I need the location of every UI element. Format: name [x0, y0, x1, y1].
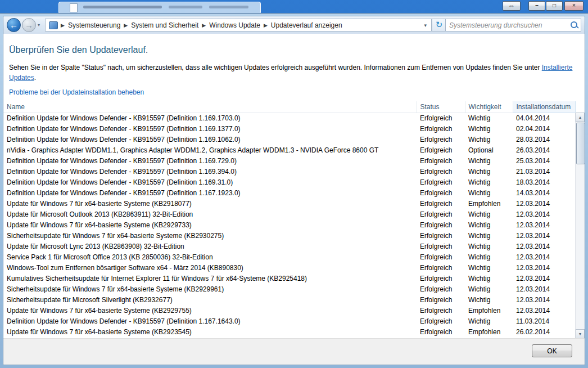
column-header-name[interactable]: Name	[3, 101, 417, 113]
background-text-hint	[83, 6, 162, 8]
table-row[interactable]: Definition Update for Windows Defender -…	[3, 187, 575, 198]
cell-date: 12.03.2014	[513, 284, 575, 294]
table-row[interactable]: Kumulatives Sicherheitsupdate für Intern…	[3, 273, 575, 284]
cell-importance: Wichtig	[465, 284, 513, 294]
cell-date: 12.03.2014	[513, 305, 575, 316]
cell-name: Definition Update for Windows Defender -…	[3, 187, 417, 198]
intro-text: Sehen Sie in der Spalte "Status" nach, u…	[9, 62, 576, 83]
cell-name: Update für Microsoft Outlook 2013 (KB286…	[3, 209, 417, 219]
scrollbar-thumb[interactable]	[576, 123, 585, 164]
scroll-down-icon[interactable]: ▼	[576, 329, 585, 339]
table-row[interactable]: Update für Windows 7 für x64-basierte Sy…	[3, 198, 575, 209]
table-row[interactable]: Definition Update for Windows Defender -…	[3, 123, 575, 134]
table-row[interactable]: Update für Microsoft Lync 2013 (KB286390…	[3, 241, 575, 252]
page-title: Überprüfen Sie den Updateverlauf.	[9, 45, 585, 55]
troubleshoot-link[interactable]: Probleme bei der Updateinstallation behe…	[9, 88, 144, 96]
vertical-scrollbar[interactable]: ▲ ▼	[575, 113, 585, 339]
cell-name: Sicherheitsupdate für Windows 7 für x64-…	[3, 230, 417, 241]
cell-status: Erfolgreich	[417, 326, 465, 337]
column-header-installationsdatum[interactable]: Installationsdatum	[513, 101, 575, 113]
table-header-row: Name Status Wichtigkeit Installationsdat…	[3, 101, 575, 113]
update-table: Name Status Wichtigkeit Installationsdat…	[3, 101, 585, 339]
cell-status: Erfolgreich	[417, 262, 465, 273]
scroll-up-icon[interactable]: ▲	[576, 113, 585, 122]
footer-bar: OK	[3, 338, 585, 365]
ok-button[interactable]: OK	[532, 344, 572, 357]
table-row[interactable]: Update für Windows 7 für x64-basierte Sy…	[3, 305, 575, 316]
cell-importance: Wichtig	[465, 177, 513, 187]
cell-status: Erfolgreich	[417, 241, 465, 252]
breadcrumb-item-updateverlauf-anzeigen[interactable]: Updateverlauf anzeigen	[269, 21, 344, 29]
chevron-right-icon[interactable]: ▶	[262, 23, 269, 28]
column-header-wichtigkeit[interactable]: Wichtigkeit	[465, 101, 513, 113]
breadcrumb-item-system-und-sicherheit[interactable]: System und Sicherheit	[129, 21, 200, 29]
table-row[interactable]: Update für Microsoft Outlook 2013 (KB286…	[3, 209, 575, 219]
cell-date: 21.03.2014	[513, 166, 575, 177]
refresh-button[interactable]: ↻	[432, 19, 446, 32]
table-row[interactable]: Definition Update for Windows Defender -…	[3, 155, 575, 166]
table-row[interactable]: Sicherheitsupdate für Windows 7 für x64-…	[3, 284, 575, 294]
breadcrumb-item-systemsteuerung[interactable]: Systemsteuerung	[66, 21, 122, 29]
recent-pages-dropdown-icon[interactable]: ▾	[38, 23, 40, 28]
search-box	[445, 19, 581, 32]
table-row[interactable]: Definition Update for Windows Defender -…	[3, 166, 575, 177]
window-switch-icon[interactable]: ⇔	[503, 1, 521, 11]
back-button[interactable]: ←	[7, 18, 21, 32]
cell-name: Update für Windows 7 für x64-basierte Sy…	[3, 198, 417, 209]
cell-date: 18.03.2014	[513, 177, 575, 187]
cell-importance: Wichtig	[465, 316, 513, 326]
cell-status: Erfolgreich	[417, 155, 465, 166]
table-row[interactable]: Sicherheitsupdate für Windows 7 für x64-…	[3, 230, 575, 241]
cell-importance: Wichtig	[465, 166, 513, 177]
minimize-button[interactable]: –	[528, 1, 545, 11]
cell-importance: Wichtig	[465, 134, 513, 145]
table-row[interactable]: Service Pack 1 für Microsoft Office 2013…	[3, 252, 575, 262]
table-row[interactable]: Definition Update for Windows Defender -…	[3, 113, 575, 123]
search-input[interactable]	[446, 21, 569, 29]
close-button[interactable]: ×	[564, 1, 584, 11]
cell-status: Erfolgreich	[417, 284, 465, 294]
cell-date: 02.04.2014	[513, 123, 575, 134]
maximize-button[interactable]: □	[546, 1, 563, 11]
cell-importance: Wichtig	[465, 273, 513, 284]
table-row[interactable]: Sicherheitsupdate für Microsoft Silverli…	[3, 294, 575, 305]
cell-name: Update für Microsoft Lync 2013 (KB286390…	[3, 241, 417, 252]
cell-status: Erfolgreich	[417, 294, 465, 305]
address-dropdown-icon[interactable]: ▾	[419, 23, 431, 28]
table-row[interactable]: Update für Windows 7 für x64-basierte Sy…	[3, 219, 575, 230]
table-row[interactable]: Update für Windows 7 für x64-basierte Sy…	[3, 326, 575, 337]
cell-status: Erfolgreich	[417, 145, 465, 155]
chevron-right-icon[interactable]: ▶	[122, 23, 129, 28]
cell-status: Erfolgreich	[417, 187, 465, 198]
cell-importance: Wichtig	[465, 123, 513, 134]
cell-date: 25.03.2014	[513, 155, 575, 166]
cell-date: 12.03.2014	[513, 294, 575, 305]
table-row[interactable]: nVidia - Graphics Adapter WDDM1.1, Graph…	[3, 145, 575, 155]
table-row[interactable]: Definition Update for Windows Defender -…	[3, 316, 575, 326]
cell-date: 11.03.2014	[513, 316, 575, 326]
background-text-hint	[209, 6, 248, 8]
cell-importance: Empfohlen	[465, 305, 513, 316]
cell-importance: Wichtig	[465, 262, 513, 273]
document-icon	[70, 3, 78, 12]
chevron-right-icon[interactable]: ▶	[59, 23, 66, 28]
cell-status: Erfolgreich	[417, 123, 465, 134]
chevron-right-icon[interactable]: ▶	[200, 23, 207, 28]
cell-name: Definition Update for Windows Defender -…	[3, 166, 417, 177]
cell-importance: Wichtig	[465, 219, 513, 230]
cell-date: 12.03.2014	[513, 273, 575, 284]
forward-button[interactable]: →	[22, 18, 36, 32]
table-row[interactable]: Definition Update for Windows Defender -…	[3, 177, 575, 187]
table-row[interactable]: Definition Update for Windows Defender -…	[3, 134, 575, 145]
cell-date: 14.03.2014	[513, 187, 575, 198]
breadcrumb-item-windows-update[interactable]: Windows Update	[207, 21, 262, 29]
cell-date: 12.03.2014	[513, 209, 575, 219]
column-header-status[interactable]: Status	[417, 101, 465, 113]
intro-text-before: Sehen Sie in der Spalte "Status" nach, u…	[9, 64, 542, 71]
table-row[interactable]: Windows-Tool zum Entfernen bösartiger So…	[3, 262, 575, 273]
cell-importance: Wichtig	[465, 230, 513, 241]
cell-name: Update für Windows 7 für x64-basierte Sy…	[3, 326, 417, 337]
search-icon[interactable]	[569, 20, 579, 30]
cell-importance: Empfohlen	[465, 326, 513, 337]
cell-name: Windows-Tool zum Entfernen bösartiger So…	[3, 262, 417, 273]
